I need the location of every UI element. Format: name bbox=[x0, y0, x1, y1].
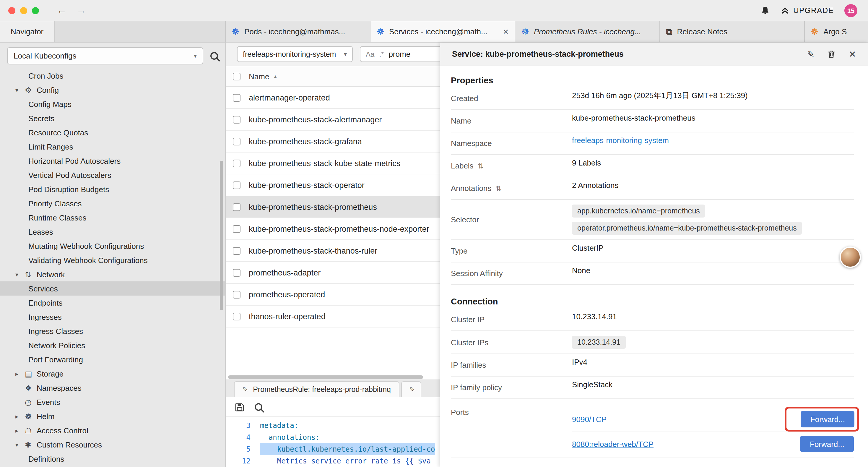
table-row[interactable]: thanos-ruler-operated bbox=[226, 305, 440, 327]
sidebar-item[interactable]: Config Maps bbox=[0, 97, 225, 111]
table-row[interactable]: kube-prometheus-stack-kube-state-metrics bbox=[226, 152, 440, 174]
row-checkbox[interactable] bbox=[233, 203, 241, 211]
port-link[interactable]: 9090/TCP bbox=[572, 415, 607, 424]
sidebar-item[interactable]: Services bbox=[0, 282, 225, 296]
sidebar-item[interactable]: Limit Ranges bbox=[0, 140, 225, 154]
table-row[interactable]: kube-prometheus-stack-thanos-ruler bbox=[226, 240, 440, 262]
row-checkbox[interactable] bbox=[233, 138, 241, 145]
app-tab[interactable]: ☸ Argo S bbox=[805, 21, 868, 42]
app-tab[interactable]: ⧉ Release Notes bbox=[660, 21, 805, 42]
app-tab[interactable]: ☸ Prometheus Rules - icecheng... bbox=[515, 21, 660, 42]
row-checkbox[interactable] bbox=[233, 94, 241, 101]
row-checkbox[interactable] bbox=[233, 225, 241, 233]
zoom-window-button[interactable] bbox=[32, 7, 39, 14]
close-tab-icon[interactable]: ✕ bbox=[503, 28, 509, 36]
sidebar-item[interactable]: Definitions bbox=[0, 451, 225, 466]
port-row: 9090/TCP Forward... bbox=[572, 407, 854, 432]
sidebar-item[interactable]: Cron Jobs bbox=[0, 68, 225, 83]
sort-toggle-icon[interactable]: ⇅ bbox=[478, 162, 484, 170]
sidebar-item[interactable]: ▸ ☖ Access Control bbox=[0, 423, 225, 437]
sidebar-scrollbar[interactable] bbox=[220, 161, 223, 310]
sidebar-item[interactable]: Leases bbox=[0, 225, 225, 239]
detail-label: Namespace ⇅ bbox=[451, 139, 572, 148]
search-icon[interactable] bbox=[210, 52, 218, 59]
back-button[interactable]: ← bbox=[57, 5, 67, 16]
sidebar-item[interactable]: Network Policies bbox=[0, 338, 225, 352]
row-checkbox[interactable] bbox=[233, 313, 241, 320]
table-row[interactable]: prometheus-operated bbox=[226, 284, 440, 305]
yaml-editor[interactable]: 3 metadata: 4 annotations: 5 kubectl.kub… bbox=[226, 417, 440, 467]
sidebar-item[interactable]: Ingresses bbox=[0, 310, 225, 324]
scrollbar-thumb[interactable] bbox=[228, 375, 423, 379]
table-search-input[interactable]: Aa .* prome bbox=[360, 46, 440, 62]
horizontal-scrollbar[interactable] bbox=[226, 375, 440, 380]
regex-toggle[interactable]: .* bbox=[379, 50, 384, 58]
row-checkbox[interactable] bbox=[233, 159, 241, 167]
dock-tab[interactable]: ✎ PrometheusRule: freeleaps-prod-rabbitm… bbox=[234, 381, 399, 397]
table-row[interactable]: kube-prometheus-stack-prometheus bbox=[226, 196, 440, 218]
save-icon[interactable] bbox=[235, 402, 244, 411]
app-tab[interactable]: ☸ Pods - icecheng@mathmas... bbox=[226, 21, 370, 42]
sidebar-item[interactable]: Port Forwarding bbox=[0, 352, 225, 367]
table-row[interactable]: prometheus-adapter bbox=[226, 262, 440, 284]
value-link[interactable]: freeleaps-monitoring-system bbox=[572, 136, 669, 145]
sidebar-item[interactable]: ▾ ⇅ Network bbox=[0, 267, 225, 282]
sidebar-item[interactable]: Secrets bbox=[0, 111, 225, 125]
sidebar-item[interactable]: Validating Webhook Configurations bbox=[0, 253, 225, 267]
sidebar-item[interactable]: ▸ ☸ Helm bbox=[0, 409, 225, 423]
dock-tab-partial[interactable]: ✎ bbox=[401, 381, 421, 397]
notification-count-badge[interactable]: 15 bbox=[844, 4, 857, 17]
table-row[interactable]: kube-prometheus-stack-alertmanager bbox=[226, 109, 440, 130]
sidebar-item[interactable]: ▾ ✱ Custom Resources bbox=[0, 437, 225, 451]
row-checkbox[interactable] bbox=[233, 269, 241, 276]
sidebar-item[interactable]: Vertical Pod Autoscalers bbox=[0, 168, 225, 182]
table-row[interactable]: kube-prometheus-stack-grafana bbox=[226, 130, 440, 152]
sidebar-item[interactable]: Resource Quotas bbox=[0, 125, 225, 140]
match-case-toggle[interactable]: Aa bbox=[366, 50, 374, 58]
row-checkbox[interactable] bbox=[233, 116, 241, 123]
row-checkbox[interactable] bbox=[233, 291, 241, 298]
user-avatar[interactable] bbox=[840, 246, 861, 268]
sidebar-item[interactable]: ▾ ⚙ Config bbox=[0, 83, 225, 97]
close-drawer-icon[interactable]: ✕ bbox=[849, 50, 856, 59]
sidebar-item[interactable]: Horizontal Pod Autoscalers bbox=[0, 154, 225, 168]
sidebar-item[interactable]: ◷ Events bbox=[0, 395, 225, 409]
forward-button[interactable]: Forward... bbox=[800, 436, 854, 452]
sidebar-item[interactable]: Priority Classes bbox=[0, 196, 225, 210]
editor-toolbar bbox=[226, 397, 440, 417]
sidebar-item-label: Events bbox=[37, 398, 60, 406]
value-chip: 10.233.14.91 bbox=[572, 336, 626, 349]
upgrade-button[interactable]: UPGRADE bbox=[780, 6, 834, 15]
editor-search-icon[interactable] bbox=[255, 403, 262, 411]
notifications-bell-icon[interactable] bbox=[760, 6, 770, 15]
row-checkbox[interactable] bbox=[233, 247, 241, 255]
sidebar-item[interactable]: Pod Disruption Budgets bbox=[0, 182, 225, 196]
sort-toggle-icon[interactable]: ⇅ bbox=[495, 184, 501, 193]
sidebar-item[interactable]: ❖ Namespaces bbox=[0, 381, 225, 395]
name-column-header[interactable]: Name bbox=[249, 72, 269, 81]
sidebar-item[interactable]: ▸ ▤ Storage bbox=[0, 367, 225, 381]
close-window-button[interactable] bbox=[8, 7, 16, 14]
sidebar-item[interactable]: Runtime Classes bbox=[0, 210, 225, 225]
port-link[interactable]: 8080:reloader-web/TCP bbox=[572, 439, 653, 448]
forward-button[interactable]: → bbox=[76, 5, 86, 16]
row-checkbox[interactable] bbox=[233, 181, 241, 189]
app-tab[interactable]: ☸ Services - icecheng@math... ✕ bbox=[370, 21, 515, 42]
chevron-down-icon: ▾ bbox=[194, 52, 197, 59]
value-chips: 10.233.14.91 bbox=[572, 333, 854, 352]
detail-row: Selector ⇅ app.kubernetes.io/name=pr bbox=[451, 200, 854, 240]
sidebar-item[interactable]: Ingress Classes bbox=[0, 324, 225, 338]
sidebar-item[interactable]: Endpoints bbox=[0, 296, 225, 310]
table-row[interactable]: kube-prometheus-stack-prometheus-node-ex… bbox=[226, 218, 440, 240]
minimize-window-button[interactable] bbox=[20, 7, 27, 14]
edit-resource-icon[interactable]: ✎ bbox=[807, 50, 814, 59]
delete-resource-icon[interactable] bbox=[828, 50, 836, 59]
table-row[interactable]: alertmanager-operated bbox=[226, 87, 440, 109]
forward-button[interactable]: Forward... bbox=[801, 411, 855, 428]
namespace-filter[interactable]: freeleaps-monitoring-system ▾ bbox=[237, 46, 353, 62]
kubeconfig-selector[interactable]: Local Kubeconfigs ▾ bbox=[7, 47, 203, 64]
select-all-checkbox[interactable] bbox=[233, 72, 241, 80]
sidebar-item[interactable]: Mutating Webhook Configurations bbox=[0, 239, 225, 253]
table-row[interactable]: kube-prometheus-stack-operator bbox=[226, 174, 440, 196]
detail-value: app.kubernetes.io/name=prometheusoperato… bbox=[572, 202, 854, 238]
